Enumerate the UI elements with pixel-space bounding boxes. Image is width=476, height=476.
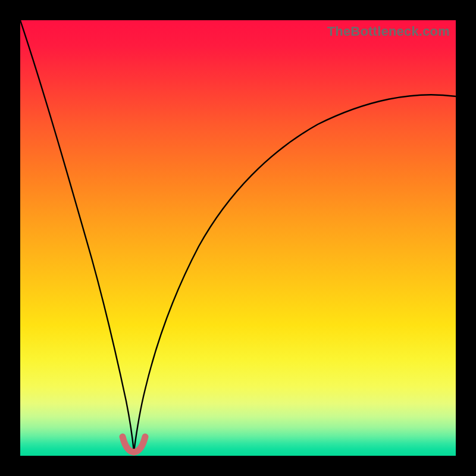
- valley-marker: [123, 437, 145, 452]
- bottleneck-curve-right: [134, 95, 456, 452]
- plot-area: TheBottleneck.com: [20, 20, 456, 456]
- outer-frame: TheBottleneck.com: [0, 0, 476, 476]
- bottleneck-curve-left: [20, 20, 134, 452]
- curve-layer: [20, 20, 456, 456]
